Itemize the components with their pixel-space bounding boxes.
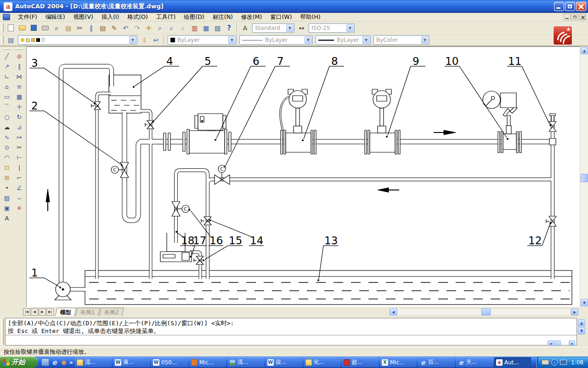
horizontal-scroll-thumb[interactable] bbox=[481, 308, 491, 316]
tab-model[interactable]: 模型 bbox=[55, 308, 76, 316]
save-button[interactable] bbox=[28, 23, 39, 33]
tool-circle[interactable]: ○ bbox=[1, 112, 12, 122]
toolbar-grip[interactable] bbox=[3, 48, 11, 50]
new-button[interactable] bbox=[6, 23, 16, 33]
zoom-realtime-button[interactable]: ⌕ bbox=[155, 23, 165, 33]
tab-scroll-last[interactable]: ▶| bbox=[46, 308, 54, 316]
menu-modify[interactable]: 修改(M) bbox=[237, 12, 266, 22]
quicklaunch-ie[interactable]: e bbox=[51, 358, 58, 366]
chevron-down-icon[interactable]: ▼ bbox=[228, 36, 236, 44]
cut-button[interactable]: ✂ bbox=[74, 23, 85, 33]
pan-button[interactable]: ✛ bbox=[143, 23, 154, 33]
tool-palettes-button[interactable]: ▧ bbox=[212, 23, 223, 33]
task-word-ye[interactable]: W 液... bbox=[113, 357, 150, 367]
task-autocad[interactable]: a Aut... bbox=[494, 357, 531, 367]
tool-copy-object[interactable]: ∥ bbox=[14, 61, 25, 71]
toolbar-grip[interactable] bbox=[15, 48, 23, 50]
tool-line[interactable]: ╱ bbox=[1, 51, 12, 61]
toolbar-grip[interactable] bbox=[1, 23, 4, 33]
document-minimize-button[interactable] bbox=[564, 14, 571, 20]
layer-freeze-icon[interactable] bbox=[26, 38, 30, 42]
text-style-combo[interactable]: Standard ▼ bbox=[252, 23, 294, 33]
network-tray-icon[interactable] bbox=[560, 360, 567, 365]
layer-lock-icon[interactable] bbox=[31, 38, 35, 42]
tool-mtext[interactable]: A bbox=[1, 213, 12, 223]
chevron-down-icon[interactable]: ▼ bbox=[286, 24, 294, 32]
tool-break-at-point[interactable]: ∣ bbox=[14, 162, 25, 172]
command-scroll-up-icon[interactable]: ▲ bbox=[578, 319, 585, 327]
layer-manager-icon[interactable]: ▤ bbox=[6, 35, 16, 46]
menu-edit[interactable]: 编辑(E) bbox=[41, 12, 69, 22]
layer-on-icon[interactable] bbox=[21, 38, 24, 42]
dim-style-combo[interactable]: ISO-25 ▼ bbox=[309, 23, 355, 33]
zoom-window-button[interactable]: ⌕ bbox=[166, 23, 177, 33]
menu-help[interactable]: 帮助(H) bbox=[296, 12, 325, 22]
document-system-menu-icon[interactable] bbox=[3, 14, 10, 20]
menu-draw[interactable]: 绘图(D) bbox=[180, 12, 208, 22]
tool-polygon[interactable]: ⌂ bbox=[1, 81, 12, 92]
scroll-left-icon[interactable]: ◀ bbox=[390, 308, 397, 316]
start-button[interactable]: 开始 bbox=[0, 356, 38, 368]
drawing-canvas[interactable]: C C C bbox=[26, 46, 580, 307]
restore-button[interactable] bbox=[565, 2, 575, 11]
task-image-liu[interactable]: 流... bbox=[227, 357, 264, 367]
menu-dimension[interactable]: 标注(N) bbox=[209, 12, 237, 22]
taskbar-clock[interactable]: 1:08 bbox=[571, 359, 583, 366]
vertical-scroll-thumb[interactable] bbox=[581, 174, 588, 182]
language-tray-icon[interactable]: ‹ bbox=[551, 359, 558, 366]
redo-button[interactable]: ↷ bbox=[132, 23, 142, 33]
task-word-she[interactable]: W 设... bbox=[266, 357, 302, 367]
tool-array[interactable]: ▦ bbox=[14, 92, 25, 102]
quicklaunch-media-player[interactable]: ◉ bbox=[60, 358, 68, 366]
scroll-down-icon[interactable]: ▼ bbox=[581, 299, 588, 306]
menu-tools[interactable]: 工具(T) bbox=[152, 12, 180, 22]
tool-insert-block[interactable]: ⊡ bbox=[1, 162, 12, 172]
chevron-down-icon[interactable]: ▼ bbox=[362, 36, 370, 44]
command-horizontal-scrollbar[interactable]: ◀ ▶ bbox=[548, 340, 576, 346]
layer-previous-button[interactable]: ↩ bbox=[151, 35, 161, 46]
dim-style-icon[interactable]: ↔ bbox=[296, 23, 307, 33]
tool-extend[interactable]: ⊢ bbox=[14, 152, 25, 162]
tool-explode[interactable]: ✳ bbox=[14, 203, 25, 213]
tool-region[interactable]: ▣ bbox=[1, 203, 12, 213]
chevron-down-icon[interactable]: ▼ bbox=[421, 36, 429, 44]
document-close-button[interactable] bbox=[579, 14, 586, 20]
minimize-button[interactable] bbox=[554, 2, 564, 11]
tool-mirror[interactable]: ⋈ bbox=[14, 71, 25, 81]
task-word-050[interactable]: W 050... bbox=[151, 357, 188, 367]
tab-layout1[interactable]: 布局1 bbox=[75, 308, 100, 316]
task-ie-bai[interactable]: e 百... bbox=[418, 357, 455, 367]
linetype-combo[interactable]: ByLayer ▼ bbox=[239, 35, 313, 45]
task-folder-liu[interactable]: 流... bbox=[75, 357, 112, 367]
chevron-down-icon[interactable]: ▼ bbox=[346, 24, 354, 32]
tab-layout2[interactable]: 布局2 bbox=[99, 308, 124, 316]
paste-button[interactable]: ▤ bbox=[97, 23, 108, 33]
quick-launch-overflow-chevron[interactable]: » bbox=[69, 359, 73, 366]
help-button[interactable]: ? bbox=[224, 23, 234, 33]
properties-button[interactable]: ▥ bbox=[189, 23, 200, 33]
scroll-right-icon[interactable]: ▶ bbox=[569, 340, 575, 346]
canvas-vertical-scrollbar[interactable]: ▲ ▼ bbox=[580, 46, 588, 307]
menu-view[interactable]: 视图(V) bbox=[69, 12, 97, 22]
document-restore-button[interactable] bbox=[571, 14, 578, 20]
menu-window[interactable]: 窗口(W) bbox=[266, 12, 296, 22]
tool-chamfer[interactable]: ∠ bbox=[14, 183, 25, 193]
tool-rotate[interactable]: ↻ bbox=[14, 112, 25, 122]
publish-button[interactable]: ▤ bbox=[63, 23, 74, 33]
task-excel-mic[interactable]: X Mic... bbox=[380, 357, 417, 367]
tool-point[interactable]: • bbox=[1, 183, 12, 193]
scroll-up-icon[interactable]: ▲ bbox=[581, 47, 588, 54]
open-button[interactable] bbox=[17, 23, 28, 33]
copy-button[interactable]: ∥ bbox=[86, 23, 96, 33]
tool-stretch[interactable]: ↦ bbox=[14, 132, 25, 142]
command-history[interactable]: [全部(A)/中心点(C)/动态(D)/范围(E)/上一个(P)/比例(S)/窗… bbox=[6, 318, 577, 335]
tool-ellipse-arc[interactable]: ◠ bbox=[1, 152, 12, 162]
tool-trim[interactable]: ✂ bbox=[14, 142, 25, 152]
tool-break[interactable]: ⌐ bbox=[14, 172, 25, 183]
plot-style-combo[interactable]: ByColor ▼ bbox=[373, 35, 430, 45]
tool-rectangle[interactable]: ▭ bbox=[1, 92, 12, 102]
command-window-splitter[interactable] bbox=[1, 319, 4, 345]
tool-spline[interactable]: ∿ bbox=[1, 132, 12, 142]
tool-move[interactable]: ✛ bbox=[14, 102, 25, 112]
layer-combo[interactable]: 0 ▼ bbox=[18, 35, 137, 45]
